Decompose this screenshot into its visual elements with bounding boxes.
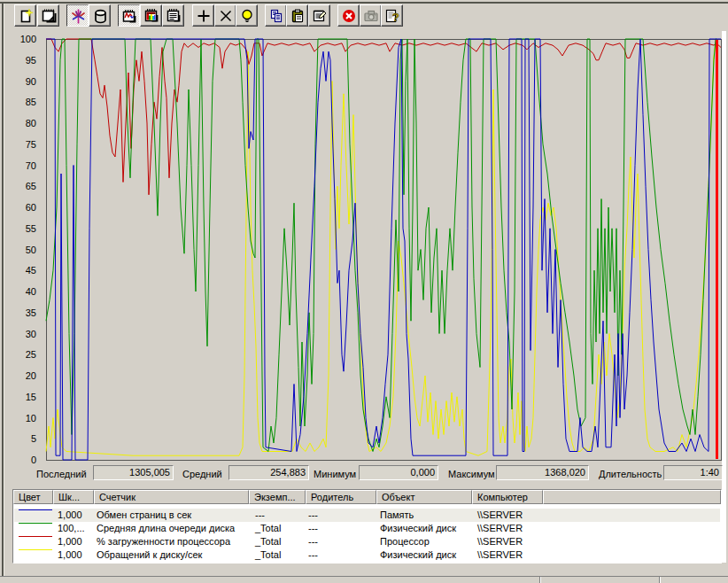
svg-text:?: ? (392, 11, 399, 24)
